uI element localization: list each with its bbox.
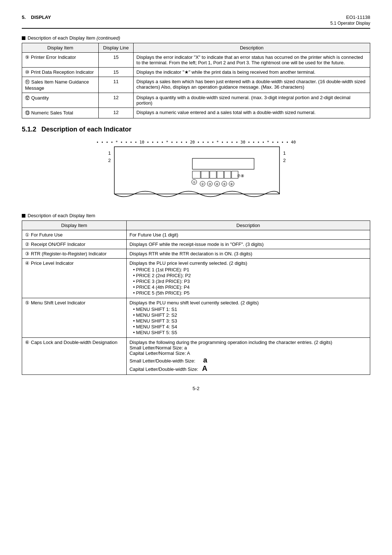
bullet-item: • MENU SHIFT 2: S2 bbox=[133, 312, 367, 318]
seg-box-5 bbox=[224, 171, 231, 178]
ruler-text: • • • • * • • • • 10 • • • • * • • • • 2… bbox=[96, 140, 296, 145]
col2-header-desc: Description bbox=[126, 221, 370, 230]
indicator-item-cell: ⑥Caps Lock and Double-width Designation bbox=[22, 338, 127, 375]
outer-box bbox=[114, 147, 279, 194]
bullet-item: • PRICE 4 (4th PRICE): P4 bbox=[133, 284, 367, 290]
seg-box-3 bbox=[210, 171, 216, 178]
indicator-item-cell: ⑤Menu Shift Level Indicator bbox=[22, 298, 127, 338]
display-desc-cell: Displays a sales item which has been jus… bbox=[133, 77, 370, 93]
line-label-2-right: 2 bbox=[283, 158, 286, 163]
seg-box-2 bbox=[201, 171, 209, 178]
circ-7-8-text: ⑦⑧ bbox=[237, 174, 244, 178]
indicator-item-cell: ③RTR (Register-to-Register) Indicator bbox=[22, 249, 127, 259]
table-row: ⑤Menu Shift Level IndicatorDisplays the … bbox=[22, 298, 370, 338]
display-items-table: Display Item Display Line Description ⑨P… bbox=[22, 43, 370, 118]
indicator-desc-cell: Displays the PLU price level currently s… bbox=[126, 259, 370, 298]
circ-4-text: ④ bbox=[216, 182, 219, 186]
display-desc-cell: Displays a quantity with a double-width … bbox=[133, 93, 370, 108]
bullet-item: • MENU SHIFT 1: S1 bbox=[133, 307, 367, 312]
table2-label-text: Description of each Display Item bbox=[28, 213, 95, 218]
indicator-items-table: Display Item Description ①For Future Use… bbox=[22, 220, 370, 375]
sub-section-title: 5.1 Operator Display bbox=[330, 21, 370, 26]
table2-label-block: Description of each Display Item bbox=[22, 213, 370, 218]
table1-label-text: Description of each Display Item bbox=[28, 35, 95, 41]
display-line-cell: 11 bbox=[98, 77, 133, 93]
line-label-2-left: 2 bbox=[108, 158, 111, 163]
bullet-item: • MENU SHIFT 3: S3 bbox=[133, 318, 367, 324]
page-footer: 5-2 bbox=[22, 386, 370, 391]
table-row: ⑬Numeric Sales Total12Displays a numeric… bbox=[22, 108, 370, 118]
col2-header-item: Display Item bbox=[22, 221, 127, 230]
table2-header-row: Display Item Description bbox=[22, 221, 370, 230]
bullet-item: • MENU SHIFT 4: S4 bbox=[133, 324, 367, 329]
table-row: ①For Future UseFor Future Use (1 digit) bbox=[22, 230, 370, 240]
display-desc-cell: Displays the error indicator "X" to indi… bbox=[133, 53, 370, 68]
display-item-cell: ⑫Quantity bbox=[22, 93, 99, 108]
display-line-cell: 12 bbox=[98, 93, 133, 108]
seg-box-4 bbox=[217, 171, 224, 178]
section-heading: DISPLAY bbox=[31, 15, 51, 20]
table-row: ⑪Sales Item Name Guidance Message11Displ… bbox=[22, 77, 370, 93]
table1-continued: (continued) bbox=[97, 35, 120, 41]
col-header-line: Display Line bbox=[98, 43, 133, 53]
display-item-cell: ⑬Numeric Sales Total bbox=[22, 108, 99, 118]
line-label-1-right: 1 bbox=[283, 150, 286, 156]
indicator-item-cell: ②Receipt ON/OFF Indicator bbox=[22, 240, 127, 249]
seg-box-1 bbox=[192, 171, 200, 178]
bullet-item: • PRICE 2 (2nd PRICE): P2 bbox=[133, 273, 367, 278]
display-item-cell: ⑪Sales Item Name Guidance Message bbox=[22, 77, 99, 93]
indicator-desc-cell: For Future Use (1 digit) bbox=[126, 230, 370, 240]
bullet-item: • MENU SHIFT 5: S5 bbox=[133, 330, 367, 335]
section-5-1-2-title: Description of each Indicator bbox=[41, 126, 131, 133]
table-row: ③RTR (Register-to-Register) IndicatorDis… bbox=[22, 249, 370, 259]
table2-label-square-icon bbox=[22, 214, 25, 218]
col-header-desc: Description bbox=[133, 43, 370, 53]
table-row: ⑨Printer Error Indicator15Displays the e… bbox=[22, 53, 370, 68]
table-header-row: Display Item Display Line Description bbox=[22, 43, 370, 53]
header-divider bbox=[22, 28, 370, 29]
page-header: 5. DISPLAY EO1-11138 5.1 Operator Displa… bbox=[22, 15, 370, 26]
circ-2-text: ② bbox=[201, 182, 204, 186]
table-row: ⑩Print Data Reception Indicator15Display… bbox=[22, 68, 370, 77]
doc-info: EO1-11138 5.1 Operator Display bbox=[330, 15, 370, 26]
indicator-desc-cell: Displays OFF while the receipt-issue mod… bbox=[126, 240, 370, 249]
bullet-item: • PRICE 3 (3rd PRICE): P3 bbox=[133, 279, 367, 284]
bullet-item: • PRICE 1 (1st PRICE): P1 bbox=[133, 267, 367, 272]
display-item-cell: ⑨Printer Error Indicator bbox=[22, 53, 99, 68]
col-header-item: Display Item bbox=[22, 43, 99, 53]
indicator-desc-cell: Displays RTR while the RTR declaration i… bbox=[126, 249, 370, 259]
display-desc-cell: Displays a numeric value entered and a s… bbox=[133, 108, 370, 118]
section-5-1-2-number: 5.1.2 bbox=[22, 126, 36, 133]
display-line-cell: 12 bbox=[98, 108, 133, 118]
table-row: ⑥Caps Lock and Double-width DesignationD… bbox=[22, 338, 370, 375]
indicator-item-cell: ①For Future Use bbox=[22, 230, 127, 240]
table-row: ②Receipt ON/OFF IndicatorDisplays OFF wh… bbox=[22, 240, 370, 249]
indicator-desc-cell: Displays the following during the progra… bbox=[126, 338, 370, 375]
indicator-diagram: • • • • * • • • • 10 • • • • * • • • • 2… bbox=[22, 138, 370, 206]
circ-3-text: ③ bbox=[208, 182, 211, 186]
display-line-cell: 15 bbox=[98, 53, 133, 68]
table-row: ⑫Quantity12Displays a quantity with a do… bbox=[22, 93, 370, 108]
doc-number: EO1-11138 bbox=[330, 15, 370, 20]
table-row: ④Price Level IndicatorDisplays the PLU p… bbox=[22, 259, 370, 298]
bullet-item: • PRICE 5 (5th PRICE): P5 bbox=[133, 290, 367, 296]
page: 5. DISPLAY EO1-11138 5.1 Operator Displa… bbox=[0, 0, 392, 555]
section-number: 5. bbox=[22, 15, 26, 20]
circ-6-text: ⑥ bbox=[230, 182, 233, 186]
display-desc-cell: Displays the indicator "★" while the pri… bbox=[133, 68, 370, 77]
table1-label: Description of each Display Item (contin… bbox=[22, 35, 370, 41]
page-number: 5-2 bbox=[193, 386, 200, 391]
display-line-cell: 15 bbox=[98, 68, 133, 77]
section-5-1-2-block: 5.1.2 Description of each Indicator bbox=[22, 126, 370, 133]
diagram-svg: • • • • * • • • • 10 • • • • * • • • • 2… bbox=[94, 138, 298, 206]
circ-1-text: ① bbox=[193, 181, 196, 184]
label-square-icon bbox=[22, 36, 25, 40]
section-label: 5. DISPLAY bbox=[22, 15, 51, 20]
indicator-desc-cell: Displays the PLU menu shift level curren… bbox=[126, 298, 370, 338]
line2-box bbox=[192, 158, 254, 169]
display-item-cell: ⑩Print Data Reception Indicator bbox=[22, 68, 99, 77]
circ-5-text: ⑤ bbox=[223, 182, 226, 186]
indicator-item-cell: ④Price Level Indicator bbox=[22, 259, 127, 298]
line-label-1-left: 1 bbox=[108, 150, 111, 156]
